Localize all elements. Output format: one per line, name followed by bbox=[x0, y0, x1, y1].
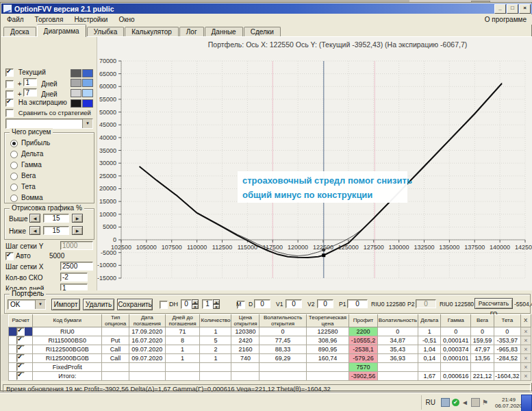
range-below-input[interactable]: 15 bbox=[43, 226, 69, 235]
sko-count-input[interactable]: -2 bbox=[60, 273, 88, 282]
column-header[interactable]: Типопциона bbox=[102, 315, 129, 327]
network-icon[interactable] bbox=[471, 398, 480, 407]
p2-input[interactable]: 0 bbox=[416, 299, 436, 308]
p1-input[interactable]: 0 bbox=[347, 299, 368, 308]
column-header[interactable]: Ценаоткрытия bbox=[231, 315, 259, 327]
radio-вега[interactable] bbox=[10, 173, 18, 180]
import-button[interactable]: Импорт bbox=[51, 299, 80, 310]
delete-button[interactable]: Удалить bbox=[83, 299, 114, 310]
radio-дельта[interactable] bbox=[10, 151, 18, 158]
menu-about[interactable]: О программе bbox=[479, 15, 532, 24]
row-enabled-checkbox[interactable] bbox=[16, 336, 25, 345]
plus1-days-input[interactable]: 1 bbox=[23, 78, 37, 86]
expiration-color-swatch-2[interactable] bbox=[82, 99, 93, 108]
tab-улыбка[interactable]: Улыбка bbox=[87, 27, 125, 37]
column-header[interactable]: Дней допогашения bbox=[165, 315, 200, 327]
expiration-checkbox[interactable] bbox=[5, 99, 14, 107]
current-color-swatch-2[interactable] bbox=[82, 69, 93, 77]
column-header[interactable]: Теоретическаяцена bbox=[306, 315, 349, 327]
row-delete-button[interactable]: × bbox=[520, 327, 531, 336]
taskbar-widget[interactable] bbox=[521, 395, 532, 411]
row-delete-button[interactable]: × bbox=[520, 363, 531, 372]
menu-settings[interactable]: Настройки bbox=[68, 15, 113, 24]
save-button[interactable]: Сохранить bbox=[117, 299, 153, 310]
range-above-input[interactable]: 15 bbox=[43, 214, 69, 223]
grid-y-input[interactable]: 1000 bbox=[60, 241, 93, 250]
tab-доска[interactable]: Доска bbox=[3, 27, 36, 37]
plus7-color-swatch-2[interactable] bbox=[82, 89, 93, 97]
strategy-combobox[interactable]: ▼ bbox=[5, 119, 93, 129]
row-enabled-checkbox[interactable] bbox=[16, 327, 25, 336]
chevron-down-icon[interactable]: ▼ bbox=[82, 119, 92, 128]
auto-grid-checkbox[interactable] bbox=[5, 252, 14, 260]
column-header[interactable]: X bbox=[520, 315, 531, 327]
table-row[interactable]: RI122500BG0BCall09.07.202012216088,33890… bbox=[9, 345, 531, 354]
radio-гамма[interactable] bbox=[10, 162, 18, 169]
column-header[interactable]: Вега bbox=[470, 315, 494, 327]
column-header[interactable]: Дельта bbox=[418, 315, 441, 327]
table-cell-calc[interactable] bbox=[9, 372, 33, 381]
compare-strategy-checkbox[interactable] bbox=[5, 109, 14, 117]
pnl-chart[interactable]: 7000065000600005500050000450004000035000… bbox=[97, 37, 532, 290]
dh-spinner-2[interactable]: 1 ▲ ▼ bbox=[202, 299, 220, 309]
column-header[interactable]: Волатильностьоткрытия bbox=[259, 315, 306, 327]
language-indicator[interactable]: RU bbox=[426, 399, 435, 406]
spinner-up-icon[interactable]: ▲ bbox=[192, 299, 199, 304]
volume-icon[interactable]: ◄ bbox=[461, 399, 469, 406]
spinner-up-icon[interactable]: ▲ bbox=[213, 299, 220, 304]
table-cell-calc[interactable] bbox=[9, 363, 33, 372]
tab-калькулятор[interactable]: Калькулятор bbox=[125, 27, 179, 37]
flag-icon[interactable]: ⚑ bbox=[482, 399, 490, 406]
range-below-increase-button[interactable]: ▶ bbox=[72, 226, 83, 235]
table-row[interactable]: RI125000BG0BCall09.07.20201174069,29160,… bbox=[9, 354, 531, 363]
dh-spinner-1-value[interactable]: 0 bbox=[181, 299, 192, 309]
maximize-button[interactable]: □ bbox=[507, 4, 518, 14]
taskbar[interactable]: RU ✔ ◄ ⚑ 21:49 06.07.2020 bbox=[0, 393, 532, 411]
row-delete-button[interactable]: × bbox=[520, 372, 531, 381]
plus1-color-swatch-2[interactable] bbox=[82, 79, 93, 87]
expiration-color-swatch-1[interactable] bbox=[71, 99, 81, 108]
current-color-swatch-1[interactable] bbox=[71, 69, 81, 77]
spinner-down-icon[interactable]: ▼ bbox=[192, 304, 199, 309]
table-cell-calc[interactable] bbox=[9, 336, 33, 345]
spinner-down-icon[interactable]: ▼ bbox=[213, 304, 220, 309]
radio-прибыль[interactable] bbox=[10, 140, 18, 147]
plus1-color-swatch-1[interactable] bbox=[71, 79, 81, 87]
tab-данные[interactable]: Данные bbox=[205, 27, 243, 37]
close-button[interactable]: × bbox=[519, 4, 531, 14]
portfolio-preset-combobox[interactable]: OK ▼ bbox=[8, 299, 46, 310]
current-checkbox[interactable] bbox=[5, 68, 14, 77]
table-cell-calc[interactable] bbox=[9, 354, 33, 363]
row-enabled-checkbox[interactable] bbox=[16, 354, 25, 362]
column-header[interactable]: Код бумаги bbox=[33, 315, 102, 327]
column-header[interactable]: Количество bbox=[200, 315, 231, 327]
column-header[interactable]: Расчет bbox=[9, 315, 33, 327]
menu-window[interactable]: Окно bbox=[113, 15, 140, 24]
grid-x-input[interactable]: 2500 bbox=[60, 262, 93, 271]
dh-spinner-2-value[interactable]: 1 bbox=[202, 299, 213, 309]
row-delete-button[interactable]: × bbox=[520, 336, 531, 345]
row-delete-button[interactable]: × bbox=[520, 354, 531, 363]
column-header[interactable]: Тета bbox=[494, 315, 521, 327]
table-row[interactable]: Итого:-3902,561,670,000616221,12-1604,32… bbox=[9, 372, 531, 381]
plus7-days-input[interactable]: 7 bbox=[23, 88, 37, 97]
radio-вомма[interactable] bbox=[10, 195, 18, 202]
minimize-button[interactable]: _ bbox=[494, 4, 506, 14]
table-cell-calc[interactable] bbox=[9, 345, 33, 354]
row-enabled-checkbox[interactable] bbox=[16, 345, 25, 353]
table-row[interactable]: RI115000BS0Put16.07.202085242077,45308,9… bbox=[9, 336, 531, 345]
table-cell-calc[interactable] bbox=[9, 327, 33, 336]
v2-input[interactable]: 0 bbox=[317, 299, 333, 308]
range-above-increase-button[interactable]: ▶ bbox=[72, 214, 83, 223]
antivirus-icon[interactable]: ✔ bbox=[452, 399, 459, 406]
range-above-decrease-button[interactable]: ◀ bbox=[29, 214, 40, 223]
calc-margin-button[interactable]: Рассчитать ГО bbox=[474, 298, 513, 309]
tab-лог[interactable]: Лог bbox=[179, 27, 204, 37]
row-enabled-checkbox[interactable] bbox=[16, 363, 25, 371]
d-input[interactable]: 0 bbox=[254, 299, 270, 308]
plus1-checkbox[interactable] bbox=[5, 80, 14, 88]
column-header[interactable]: Датапогашения bbox=[129, 315, 166, 327]
range-below-decrease-button[interactable]: ◀ bbox=[29, 226, 40, 235]
v1-input[interactable]: 0 bbox=[286, 299, 302, 308]
column-header[interactable]: Гамма bbox=[441, 315, 470, 327]
